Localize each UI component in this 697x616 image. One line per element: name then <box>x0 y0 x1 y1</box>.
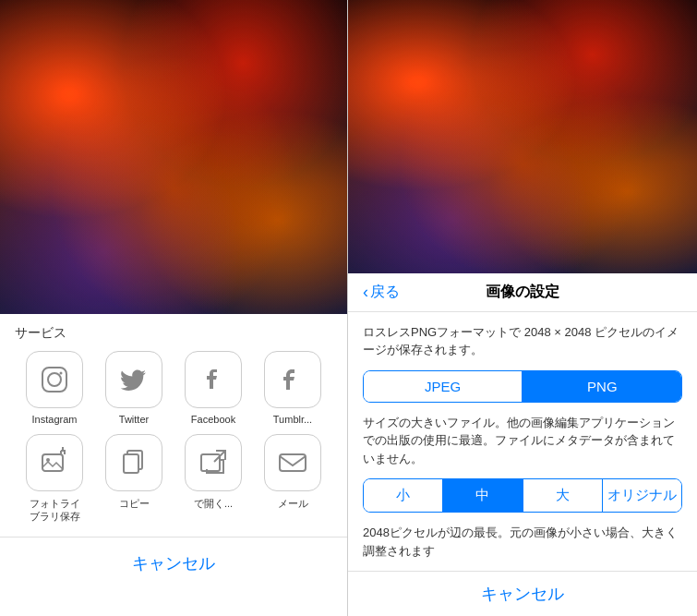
size-large-button[interactable]: 大 <box>523 479 602 512</box>
share-section: サービス Instagram <box>0 314 347 533</box>
mail-icon <box>277 447 308 478</box>
size-original-button[interactable]: オリジナル <box>603 479 681 512</box>
svg-rect-0 <box>42 368 66 392</box>
size-medium-button[interactable]: 中 <box>443 479 522 512</box>
left-panel: サービス Instagram <box>0 0 348 616</box>
format-png-button[interactable]: PNG <box>523 371 681 402</box>
action-share-row: フォトライ ブラリ保存 コピー <box>15 434 332 524</box>
photos-icon <box>39 447 70 478</box>
share-instagram[interactable]: Instagram <box>15 351 94 425</box>
share-open-in[interactable]: で開く... <box>174 434 253 524</box>
social-share-row: Instagram Twitter Facebook <box>15 351 332 425</box>
twitter-label: Twitter <box>119 414 149 425</box>
photos-icon-box <box>26 434 83 491</box>
back-chevron-icon: ‹ <box>363 283 368 302</box>
svg-point-2 <box>60 372 63 375</box>
left-image-area <box>0 0 347 314</box>
services-label: サービス <box>15 325 332 342</box>
twitter-icon <box>118 364 150 395</box>
svg-rect-8 <box>124 454 138 473</box>
settings-panel: ‹ 戻る 画像の設定 ロスレスPNGフォーマットで 2048 × 2048 ピク… <box>348 273 697 617</box>
tumblr-icon-box <box>264 351 321 408</box>
photos-save-label: フォトライ ブラリ保存 <box>30 497 80 524</box>
share-tumblr[interactable]: Tumblr... <box>253 351 332 425</box>
open-in-icon <box>198 447 229 478</box>
svg-point-1 <box>48 373 61 386</box>
cancel-divider <box>0 537 347 537</box>
tumblr-icon <box>277 364 308 395</box>
cancel-button-right[interactable]: キャンセル <box>348 571 697 616</box>
svg-rect-11 <box>280 454 306 471</box>
twitter-icon-box <box>105 351 162 408</box>
open-label: で開く... <box>194 497 233 511</box>
copy-label: コピー <box>119 497 150 511</box>
size-note: 2048ピクセルが辺の最長。元の画像が小さい場合、大きく調整されます <box>363 524 682 560</box>
mail-icon-box <box>264 434 321 491</box>
settings-body: ロスレスPNGフォーマットで 2048 × 2048 ピクセルのイメージが保存さ… <box>348 312 697 572</box>
format-toggle: JPEG PNG <box>363 370 682 403</box>
open-icon-box <box>185 434 242 491</box>
facebook-icon <box>198 364 229 395</box>
back-label: 戻る <box>370 283 400 302</box>
share-copy[interactable]: コピー <box>94 434 174 524</box>
share-facebook[interactable]: Facebook <box>174 351 253 425</box>
tumblr-label: Tumblr... <box>273 414 312 425</box>
share-twitter[interactable]: Twitter <box>94 351 174 425</box>
copy-icon <box>118 447 150 478</box>
format-jpeg-button[interactable]: JPEG <box>364 371 522 402</box>
settings-header: ‹ 戻る 画像の設定 <box>348 273 697 312</box>
svg-rect-9 <box>201 454 220 471</box>
instagram-icon <box>39 364 70 395</box>
share-mail[interactable]: メール <box>253 434 332 524</box>
right-photo <box>348 0 697 273</box>
instagram-label: Instagram <box>32 414 78 425</box>
size-description: サイズの大きいファイル。他の画像編集アプリケーションでの出版の使用に最適。ファイ… <box>363 414 682 468</box>
format-description: ロスレスPNGフォーマットで 2048 × 2048 ピクセルのイメージが保存さ… <box>363 323 682 359</box>
mail-label: メール <box>278 497 308 511</box>
instagram-icon-box <box>26 351 83 408</box>
copy-icon-box <box>105 434 162 491</box>
size-toggle: 小 中 大 オリジナル <box>363 478 682 513</box>
cancel-button-left[interactable]: キャンセル <box>0 541 347 586</box>
svg-rect-3 <box>42 454 63 471</box>
facebook-icon-box <box>185 351 242 408</box>
size-small-button[interactable]: 小 <box>364 479 442 512</box>
left-photo <box>0 0 347 314</box>
right-image-area <box>348 0 697 273</box>
share-photos-save[interactable]: フォトライ ブラリ保存 <box>15 434 94 524</box>
facebook-label: Facebook <box>191 414 235 425</box>
right-panel: ‹ 戻る 画像の設定 ロスレスPNGフォーマットで 2048 × 2048 ピク… <box>348 0 697 616</box>
settings-title: 画像の設定 <box>486 283 559 302</box>
back-button[interactable]: ‹ 戻る <box>363 283 400 302</box>
